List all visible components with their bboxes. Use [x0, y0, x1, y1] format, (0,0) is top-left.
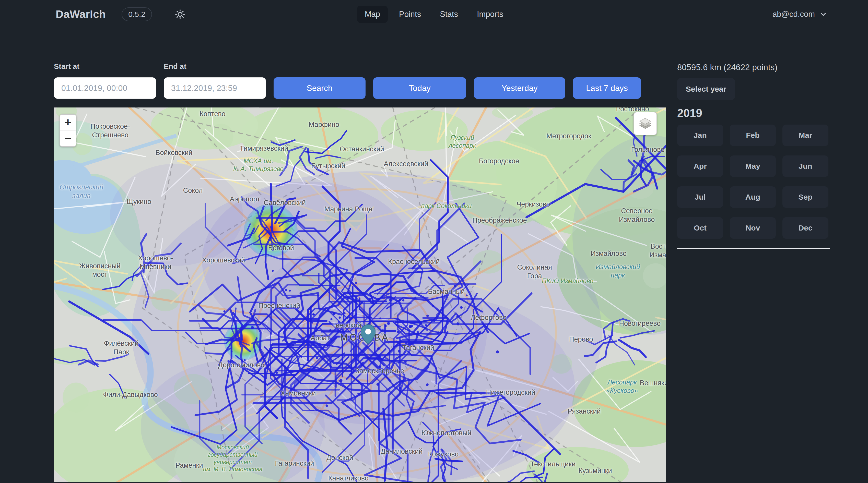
map-label: Арбат [311, 334, 330, 343]
month-button-nov[interactable]: Nov [730, 217, 776, 239]
date-filter-bar: Start at End at Search Today Yesterday L… [54, 62, 666, 99]
page-content: Start at End at Search Today Yesterday L… [0, 62, 868, 482]
yesterday-button[interactable]: Yesterday [474, 77, 565, 99]
map-label: Тимирязевский [240, 144, 288, 153]
map-label: Дорогомилово [218, 361, 265, 369]
month-button-feb[interactable]: Feb [730, 125, 776, 146]
map-label: МСХА им. К. А. Тимирязево [233, 157, 283, 173]
map-label: Марьина Роща [324, 205, 372, 214]
map-marker[interactable] [361, 324, 375, 345]
version-badge: 0.5.2 [122, 7, 152, 21]
map-label: Щукино [127, 198, 151, 206]
map-label: Красносельский [388, 258, 440, 266]
map-label: Рязанский [567, 407, 601, 416]
map-label: Лесопарк «Кусково» [606, 378, 638, 395]
start-at-input[interactable] [54, 77, 156, 99]
zoom-control: + − [60, 114, 76, 147]
navbar: DaWarIch 0.5.2 Map Points Stats Imports … [0, 0, 868, 29]
map-label: Войковский [155, 149, 192, 157]
map-label: Беговой [268, 244, 294, 253]
map-label: Донской [327, 454, 353, 462]
month-grid: JanFebMarAprMayJunJulAugSepOctNovDec [677, 125, 837, 239]
month-button-apr[interactable]: Apr [677, 156, 723, 177]
map-label: Филёвский Парк [104, 340, 139, 357]
tab-points[interactable]: Points [391, 6, 429, 23]
account-menu[interactable]: ab@cd.com [772, 10, 828, 19]
map-label: Южнопортовый [422, 429, 471, 438]
map-label: Хамовники [280, 389, 316, 398]
end-at-input[interactable] [164, 77, 266, 99]
month-button-may[interactable]: May [730, 156, 776, 177]
map-label: Сокол [183, 186, 203, 195]
map-label: Восточное Измайлово [649, 242, 666, 260]
month-button-sep[interactable]: Sep [782, 186, 828, 208]
map-label: Хорошёвский [202, 256, 245, 265]
map-label: Гольяново [631, 146, 665, 154]
start-at-label: Start at [54, 62, 156, 71]
map-labels-layer: Покровское- СтрешневоКоптевоМарфиноРосто… [54, 107, 666, 482]
tab-stats[interactable]: Stats [432, 6, 466, 23]
map-label: Новогиреево [619, 319, 661, 328]
map-label: Живописный мост [79, 262, 121, 279]
month-button-jun[interactable]: Jun [782, 156, 828, 177]
map-label: Тверской [332, 321, 361, 330]
distance-stats: 80595.6 km (24622 points) [677, 62, 837, 72]
map-label: Коптево [199, 110, 225, 119]
map-label: Строгинский залив [60, 183, 103, 201]
sidebar-divider [677, 248, 830, 249]
zoom-out-button[interactable]: − [60, 130, 76, 146]
map-label: Савёловский [264, 199, 306, 207]
map-label: Яузский лесопарк [448, 133, 476, 150]
map-label: Хорошёво- Мнёвники [138, 254, 173, 271]
tab-imports[interactable]: Imports [469, 6, 511, 23]
map-label: Измайловский парк [596, 263, 640, 279]
month-button-aug[interactable]: Aug [730, 186, 776, 208]
map-label: Аэропорт [230, 195, 260, 204]
month-button-dec[interactable]: Dec [782, 217, 828, 239]
account-email: ab@cd.com [772, 10, 815, 19]
layers-control[interactable] [633, 112, 657, 135]
today-button[interactable]: Today [373, 77, 466, 99]
map-label: Богородское [479, 157, 519, 166]
app-logo[interactable]: DaWarIch [56, 8, 106, 21]
map-label: Алексеевский [384, 160, 428, 168]
theme-toggle-button[interactable] [175, 9, 186, 20]
map-label: Измайлово [591, 249, 627, 258]
map-label: Замоскворечье [355, 367, 404, 376]
map-label: Гагаринский [275, 459, 314, 468]
map-label: Кузьминки [578, 466, 612, 475]
map-label: Канатчиково [328, 474, 369, 482]
map-label: Таганский [402, 344, 434, 353]
sun-icon [175, 9, 186, 20]
map-label: Черкизово [517, 200, 550, 209]
map-label: парк Сокольники [421, 202, 471, 210]
map-label: Метрогородок [547, 132, 591, 141]
map-label: Останкинский [340, 145, 384, 154]
map-label: Перово [569, 335, 593, 344]
chevron-down-icon [819, 10, 828, 19]
map-label: Покровское- Стрешнево [90, 123, 130, 140]
map-label: Кожухово [428, 450, 459, 459]
end-at-field: End at [164, 62, 266, 99]
map-label: Басманный [428, 287, 465, 296]
month-button-jul[interactable]: Jul [677, 186, 723, 208]
end-at-label: End at [164, 62, 266, 71]
zoom-in-button[interactable]: + [60, 115, 76, 130]
layers-icon [638, 116, 653, 131]
tab-map[interactable]: Map [357, 6, 388, 23]
last-7-days-button[interactable]: Last 7 days [573, 77, 641, 99]
select-year-button[interactable]: Select year [677, 78, 735, 100]
map-label: Московский государственный университет и… [203, 444, 262, 473]
map-label: Раменки [176, 461, 203, 470]
map-label: ПКиО Измайлово [542, 277, 593, 285]
map-label: Пресненский [258, 301, 300, 310]
map-label: Вешняки [640, 379, 666, 388]
map-label: Бутырский [311, 162, 345, 171]
search-button[interactable]: Search [274, 77, 366, 99]
month-button-jan[interactable]: Jan [677, 125, 723, 146]
month-button-oct[interactable]: Oct [677, 217, 723, 239]
month-button-mar[interactable]: Mar [782, 125, 828, 146]
map-label: Преображенское [472, 216, 527, 225]
start-at-field: Start at [54, 62, 156, 99]
map-container[interactable]: Покровское- СтрешневоКоптевоМарфиноРосто… [54, 107, 666, 482]
